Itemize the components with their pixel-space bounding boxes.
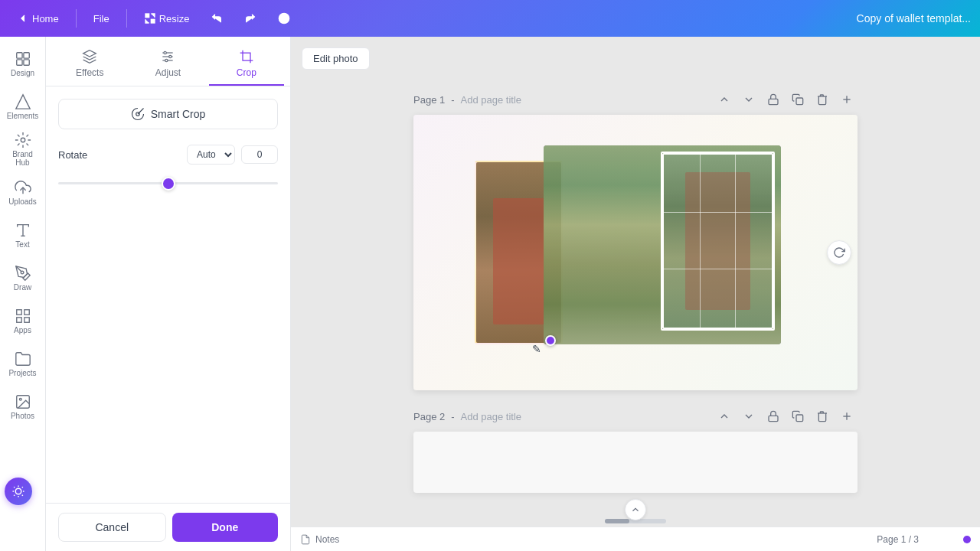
page-2-chevron-up[interactable] — [714, 406, 735, 427]
page-1-header: Page 1 - Add page title — [413, 89, 858, 110]
scroll-up-button[interactable] — [625, 499, 646, 520]
page-2-copy[interactable] — [787, 406, 808, 427]
notes-icon — [300, 534, 311, 545]
photo-frame-2[interactable] — [544, 145, 781, 344]
tab-crop-label: Crop — [237, 67, 256, 78]
done-button[interactable]: Done — [172, 513, 279, 542]
cancel-button[interactable]: Cancel — [58, 513, 166, 542]
tab-adjust-label: Adjust — [155, 67, 181, 78]
resize-button[interactable]: Resize — [136, 9, 198, 28]
notes-bar: Notes Page 1 / 3 — [291, 527, 980, 551]
sidebar-apps-label: Apps — [14, 326, 31, 334]
sidebar-item-draw[interactable]: Draw — [2, 257, 44, 298]
page-1-chevron-down[interactable] — [738, 89, 760, 110]
sidebar-item-brand-hub[interactable]: Brand Hub — [2, 129, 44, 170]
refresh-button[interactable] — [827, 240, 851, 265]
sidebar-item-design[interactable]: Design — [2, 43, 44, 84]
page-2-canvas[interactable] — [413, 432, 858, 493]
page-2-header: Page 2 - Add page title — [413, 406, 858, 427]
page-2-dash: - — [451, 411, 454, 422]
undo-button[interactable] — [203, 9, 230, 28]
rotate-controls: Auto — [187, 145, 278, 165]
sidebar-text-label: Text — [15, 240, 29, 249]
notes-label[interactable]: Notes — [315, 534, 339, 545]
panel-footer: Cancel Done — [46, 503, 290, 551]
rotate-slider[interactable] — [58, 182, 278, 184]
file-button[interactable]: File — [86, 10, 117, 28]
svg-rect-28 — [796, 98, 803, 105]
page-1-lock[interactable] — [763, 89, 784, 110]
svg-point-8 — [21, 138, 25, 142]
sidebar-item-text[interactable]: Text — [2, 214, 44, 256]
sidebar-item-projects[interactable]: Projects — [2, 343, 44, 384]
svg-rect-3 — [16, 52, 21, 57]
page-1-copy[interactable] — [787, 89, 808, 110]
page-counter: Page 1 / 3 — [877, 534, 919, 545]
divider-1 — [76, 9, 77, 28]
sidebar-photos-label: Photos — [11, 412, 34, 420]
svg-point-12 — [21, 271, 24, 274]
panel: Effects Adjust Crop Smart Crop Rotate — [46, 37, 291, 551]
svg-rect-1 — [151, 19, 155, 23]
page-2-lock[interactable] — [763, 406, 784, 427]
rotate-label: Rotate Auto — [58, 145, 278, 165]
svg-rect-4 — [23, 52, 28, 57]
page-2-actions — [714, 406, 858, 427]
page-1-label: Page 1 — [413, 94, 445, 106]
home-label: Home — [32, 13, 59, 24]
svg-rect-31 — [769, 416, 778, 421]
crop-handle[interactable] — [545, 335, 556, 346]
fab-button[interactable] — [5, 478, 32, 505]
home-button[interactable]: Home — [9, 9, 67, 28]
sidebar-draw-label: Draw — [14, 283, 31, 292]
smart-crop-button[interactable]: Smart Crop — [58, 99, 278, 129]
svg-rect-32 — [796, 415, 803, 422]
save-button[interactable] — [270, 9, 298, 28]
page-1-canvas: ✎ — [413, 115, 858, 390]
svg-point-18 — [19, 398, 21, 400]
page-2-container: Page 2 - Add page title — [413, 406, 858, 493]
svg-marker-7 — [15, 94, 29, 108]
svg-point-24 — [169, 55, 172, 57]
rotate-value-input[interactable] — [241, 145, 278, 164]
main-layout: Design Elements Brand Hub Uploads Text D… — [0, 37, 980, 551]
page-1-actions — [714, 89, 858, 110]
sidebar-item-photos[interactable]: Photos — [2, 386, 44, 427]
page-2-add[interactable] — [836, 406, 858, 427]
file-label: File — [93, 13, 109, 24]
svg-point-19 — [15, 488, 21, 494]
selection-border — [661, 152, 775, 331]
page-1-delete[interactable] — [812, 89, 833, 110]
page-dot-container — [963, 536, 971, 543]
tab-crop[interactable]: Crop — [209, 43, 284, 86]
sidebar-design-label: Design — [11, 69, 34, 77]
redo-button[interactable] — [237, 9, 264, 28]
sidebar-brandhub-label: Brand Hub — [5, 150, 41, 167]
page-1-add[interactable] — [836, 89, 858, 110]
panel-tabs: Effects Adjust Crop — [46, 37, 290, 86]
crop-pencil-icon: ✎ — [532, 343, 541, 355]
tab-adjust[interactable]: Adjust — [130, 43, 205, 86]
sidebar-item-elements[interactable]: Elements — [2, 86, 44, 127]
page-2-add-title[interactable]: Add page title — [461, 411, 522, 422]
svg-rect-14 — [24, 309, 28, 314]
sidebar-item-uploads[interactable]: Uploads — [2, 171, 44, 213]
photo-figure-1 — [493, 198, 544, 324]
svg-rect-13 — [16, 309, 21, 314]
page-1-container: Page 1 - Add page title — [413, 89, 858, 390]
tab-effects[interactable]: Effects — [52, 43, 127, 86]
page-1-chevron-up[interactable] — [714, 89, 735, 110]
page-up-btn-container — [625, 499, 646, 520]
edit-photo-button[interactable]: Edit photo — [302, 47, 370, 70]
page-2-delete[interactable] — [812, 406, 833, 427]
page-2-label: Page 2 — [413, 411, 445, 422]
sidebar-uploads-label: Uploads — [8, 197, 37, 206]
resize-label: Resize — [159, 13, 190, 24]
page-1-add-title[interactable]: Add page title — [461, 94, 522, 106]
rotate-mode-select[interactable]: Auto — [187, 145, 235, 165]
svg-rect-6 — [23, 59, 28, 64]
rotate-slider-container — [58, 174, 278, 187]
divider-2 — [126, 9, 127, 28]
sidebar-item-apps[interactable]: Apps — [2, 300, 44, 341]
page-2-chevron-down[interactable] — [738, 406, 760, 427]
